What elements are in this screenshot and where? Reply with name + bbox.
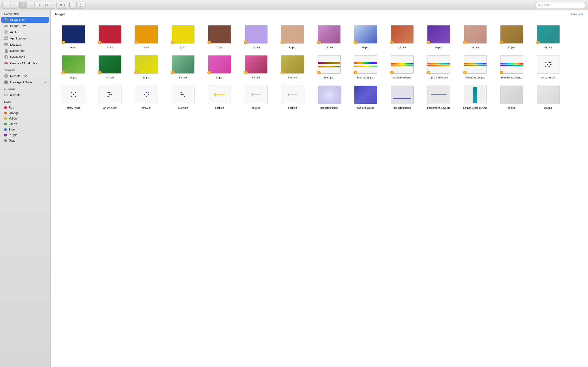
column-view-button[interactable]: ⊟ [35, 2, 42, 8]
list-item[interactable]: ⚠ 31.psd [457, 22, 493, 51]
list-item[interactable]: ⚠ 11.psd [238, 22, 274, 51]
list-item[interactable]: ⚠ 149315125.psd [348, 52, 383, 81]
list-item[interactable]: ⚠ 25192022125.psd [457, 52, 493, 81]
sidebar-item-remote-disc[interactable]: Remote Disc [1, 73, 49, 79]
svg-point-3 [6, 31, 7, 33]
sidebar-item-tag-yellow[interactable]: Yellow [1, 116, 49, 121]
gear-button[interactable]: ⚙ ▾ [57, 2, 68, 8]
sidebar-item-applications[interactable]: Applications [1, 35, 49, 41]
list-item[interactable]: ⚠ 553.psd [275, 52, 310, 81]
sidebar-item-tag-gray[interactable]: Gray [1, 138, 49, 143]
sidebar: Favorites All My Files iCloud Drive AirD… [0, 10, 51, 367]
list-item[interactable]: ⚠ 7.psd [202, 22, 237, 51]
warning-badge: ⚠ [134, 41, 138, 44]
thumbnail-image [464, 85, 487, 104]
list-item[interactable]: ⟵ back.gif [275, 82, 310, 111]
favorites-header: Favorites [0, 10, 50, 17]
list-item[interactable]: ⚠ 19.psd [348, 22, 383, 51]
sidebar-item-tag-blue[interactable]: Blue [1, 127, 49, 132]
desktop-icon [4, 42, 8, 47]
list-item[interactable]: arrow.gif [129, 82, 164, 111]
list-item[interactable]: banner_extension.jpg [457, 82, 493, 111]
sidebar-item-tag-purple[interactable]: Purple [1, 132, 49, 138]
tag-green-dot [4, 123, 7, 125]
list-item[interactable]: backgroundcurve.gif [421, 82, 456, 111]
sidebar-item-tag-green[interactable]: Green [1, 121, 49, 127]
list-item[interactable]: ⚠ 37.psd [494, 22, 529, 51]
warning-badge: ⚠ [426, 41, 430, 44]
list-item[interactable]: ⚠ 67.psd [238, 52, 274, 81]
list-item[interactable]: bg.png [530, 82, 566, 111]
list-item[interactable]: ⚠ 191655423125.psd [494, 52, 529, 81]
sidebar-item-ultimate[interactable]: ultimate [1, 92, 49, 98]
sidebar-item-tag-orange[interactable]: Orange [1, 110, 49, 116]
forward-button[interactable]: › [10, 2, 18, 8]
cover-flow-button[interactable]: ⊠ [43, 2, 50, 8]
file-name: arrow_rtl.gif [103, 106, 116, 109]
list-item[interactable]: ⚠ 59.psd [165, 52, 201, 81]
list-item[interactable]: arrow_rtl.gif [530, 52, 566, 81]
list-item[interactable]: ⟵ back.gif [238, 82, 274, 111]
file-name: backgroundcurve.gif [427, 106, 450, 109]
list-item[interactable]: background.jpg [348, 82, 383, 111]
sidebar-item-icloud-drive[interactable]: iCloud Drive [1, 23, 49, 29]
sidebar-item-tag-red[interactable]: Red [1, 105, 49, 110]
sidebar-item-all-my-files[interactable]: All My Files [1, 17, 49, 23]
list-item[interactable]: ⚠ 3.psd [129, 22, 164, 51]
list-item[interactable]: ⚠ 23.psd [384, 22, 420, 51]
list-item[interactable]: ⚠ 2.psd [92, 22, 128, 51]
sidebar-item-freeagent[interactable]: FreeAgent Drive ⏏ [1, 79, 49, 85]
file-name: 19.psd [362, 46, 369, 49]
list-item[interactable]: arrow_rtl.gif [56, 82, 91, 111]
thumbnail-image [391, 85, 414, 104]
tag-green-label: Green [9, 122, 17, 126]
arrow-dots-pattern [107, 92, 112, 97]
list-item[interactable]: ⚠ 41.psd [530, 22, 566, 51]
remote-disc-icon [4, 74, 8, 78]
list-item[interactable]: ⚠ 1231441855.psd [421, 52, 456, 81]
list-item[interactable]: arrow_rtl.gif [92, 82, 128, 111]
thumbnail-image [318, 85, 341, 104]
list-item[interactable]: ⚠ 61.psd [202, 52, 237, 81]
arrow-dots-pattern [181, 92, 185, 97]
list-item[interactable]: ⚠ 53.psd [129, 52, 164, 81]
list-item[interactable]: background.jpg [384, 82, 420, 111]
list-item[interactable]: ⚠ 0.psd [56, 22, 91, 51]
list-item[interactable]: arrow.gif [165, 82, 201, 111]
list-item[interactable]: ⚠ 17.psd [311, 22, 347, 51]
list-item[interactable]: background.jpg [311, 82, 347, 111]
tag-button[interactable]: ◯ [78, 2, 86, 8]
icon-view-button[interactable]: ⊞ [19, 2, 27, 8]
thumbnail-image [427, 25, 450, 44]
remote-disc-label: Remote Disc [10, 74, 27, 78]
search-box[interactable]: 🔍 Search [535, 2, 586, 8]
view-dropdown-button[interactable]: ▾ [51, 2, 55, 8]
sidebar-item-downloads[interactable]: Downloads [1, 54, 49, 60]
list-item[interactable]: ⚠ 29.psd [421, 22, 456, 51]
sidebar-item-desktop[interactable]: Desktop [1, 42, 49, 48]
warning-badge: ⚠ [244, 71, 248, 74]
back-button[interactable]: ‹ [2, 2, 10, 8]
list-item[interactable]: ⚠ 1015814935.psd [384, 52, 420, 81]
sidebar-item-documents[interactable]: Documents [1, 48, 49, 54]
thumbnail-image [172, 55, 195, 74]
freeagent-eject-icon[interactable]: ⏏ [44, 81, 47, 84]
list-item[interactable]: ⚠ 13.psd [275, 22, 310, 51]
file-thumbnail: ⚠ [499, 24, 524, 45]
list-item[interactable]: ⚠ 43.psd [56, 52, 91, 81]
file-thumbnail: ⚠ [243, 54, 269, 75]
list-item[interactable]: bg.png [494, 82, 529, 111]
sidebar-item-creative-cloud[interactable]: Creative Cloud Files [1, 60, 49, 66]
thumbnail-image [354, 85, 377, 104]
list-item[interactable]: ⟵ back.gif [202, 82, 237, 111]
search-icon: 🔍 [538, 3, 541, 7]
sidebar-item-airdrop[interactable]: AirDrop [1, 29, 49, 35]
file-name: 53.psd [143, 76, 150, 79]
list-item[interactable]: ⚠ 1637.psd [311, 52, 347, 81]
file-name: bg.png [544, 106, 552, 109]
list-view-button[interactable]: ☰ [27, 2, 35, 8]
share-button[interactable]: ↑ [69, 2, 77, 8]
list-item[interactable]: ⚠ 47.psd [92, 52, 128, 81]
list-item[interactable]: ⚠ 5.psd [165, 22, 201, 51]
show-less-button[interactable]: Show Less [570, 13, 583, 16]
